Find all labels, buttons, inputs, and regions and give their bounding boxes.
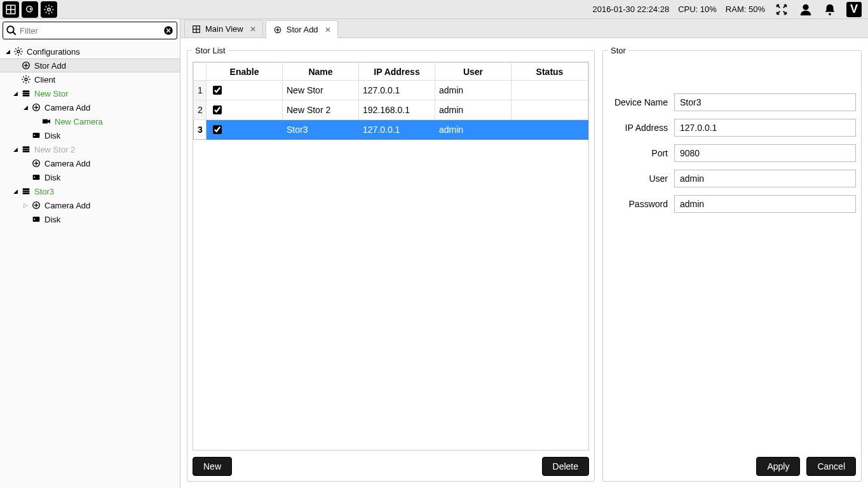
tree-stor-add[interactable]: Stor Add — [0, 58, 180, 72]
stor-table-wrap: Enable Name IP Address User Status 1 — [193, 62, 589, 451]
storage-icon — [20, 144, 32, 155]
grid-icon — [191, 24, 201, 34]
tree-camera-add-1[interactable]: ◢ Camera Add — [0, 100, 180, 114]
tree-configurations[interactable]: ◢ Configurations — [0, 44, 180, 58]
ip-input[interactable] — [674, 119, 856, 137]
storage-icon — [20, 186, 32, 197]
tree-label: Disk — [43, 173, 60, 182]
tree-new-stor[interactable]: ◢ New Stor — [0, 86, 180, 100]
tree-disk-3[interactable]: Disk — [0, 212, 180, 226]
close-icon[interactable]: ✕ — [250, 25, 256, 34]
svg-rect-34 — [23, 188, 30, 190]
port-label: Port — [608, 148, 674, 158]
tree-label: Stor Add — [33, 61, 66, 71]
expand-icon[interactable]: ◢ — [4, 48, 11, 55]
cell-ip: 192.168.0.1 — [359, 100, 435, 120]
cell-user: admin — [435, 81, 512, 100]
tab-main-view[interactable]: Main View ✕ — [184, 20, 263, 37]
table-row[interactable]: 3 Stor3 127.0.0.1 admin — [194, 120, 588, 140]
grid-icon[interactable] — [3, 1, 19, 18]
apply-button[interactable]: Apply — [756, 457, 800, 476]
cpu-label: CPU: 10% — [678, 4, 717, 14]
tree-label: New Stor — [33, 89, 68, 98]
nav-tree: ◢ Configurations Stor Add Client ◢ New S… — [0, 42, 180, 488]
bell-icon[interactable] — [822, 2, 837, 17]
ram-label: RAM: 50% — [726, 4, 765, 14]
expand-icon[interactable]: ◢ — [22, 104, 29, 111]
storage-icon — [20, 88, 32, 99]
col-status: Status — [512, 63, 588, 81]
tab-stor-add[interactable]: Stor Add ✕ — [266, 20, 338, 38]
cell-ip: 127.0.0.1 — [359, 120, 435, 140]
tree-new-camera[interactable]: New Camera — [0, 114, 180, 128]
tree-client[interactable]: Client — [0, 72, 180, 86]
clear-filter-icon[interactable] — [163, 25, 174, 36]
gear-icon — [13, 46, 24, 57]
user-input[interactable] — [674, 170, 856, 187]
row-number: 3 — [194, 120, 207, 140]
tree-label: Camera Add — [43, 201, 90, 210]
table-row[interactable]: 1 New Stor 127.0.0.1 admin — [194, 81, 588, 100]
search-view-icon[interactable] — [22, 1, 38, 18]
enable-checkbox[interactable] — [213, 105, 222, 114]
svg-marker-23 — [48, 119, 50, 124]
v-logo-icon[interactable]: V — [846, 2, 862, 17]
device-name-label: Device Name — [608, 97, 674, 107]
svg-rect-16 — [23, 90, 30, 92]
expand-icon[interactable]: ▷ — [22, 202, 29, 208]
delete-button[interactable]: Delete — [542, 457, 589, 476]
svg-point-8 — [7, 26, 14, 33]
plus-circle-icon — [20, 60, 32, 71]
svg-point-11 — [17, 50, 20, 53]
tree-disk-1[interactable]: Disk — [0, 128, 180, 142]
stor-table: Enable Name IP Address User Status 1 — [193, 62, 588, 140]
tree-label: Camera Add — [43, 159, 90, 168]
close-icon[interactable]: ✕ — [325, 25, 331, 34]
user-icon[interactable] — [798, 2, 813, 17]
plus-circle-icon — [31, 102, 42, 113]
cell-ip: 127.0.0.1 — [359, 81, 435, 100]
new-button[interactable]: New — [193, 457, 232, 476]
tree-new-stor2[interactable]: ◢ New Stor 2 — [0, 142, 180, 156]
table-row[interactable]: 2 New Stor 2 192.168.0.1 admin — [194, 100, 588, 120]
expand-icon[interactable]: ◢ — [11, 90, 19, 97]
gear-icon[interactable] — [41, 1, 57, 18]
enable-checkbox[interactable] — [213, 86, 222, 95]
cancel-button[interactable]: Cancel — [806, 457, 856, 476]
tree-camera-add-3[interactable]: ▷ Camera Add — [0, 198, 180, 212]
tree-label: New Camera — [53, 117, 103, 126]
tree-label: Disk — [43, 215, 60, 224]
expand-icon[interactable]: ◢ — [11, 188, 19, 194]
svg-point-41 — [34, 219, 35, 220]
svg-rect-32 — [33, 175, 40, 180]
port-input[interactable] — [674, 144, 856, 162]
ip-label: IP Address — [608, 123, 674, 133]
tree-disk-2[interactable]: Disk — [0, 170, 180, 184]
col-name: Name — [283, 63, 359, 81]
expand-icon[interactable]: ◢ — [11, 146, 19, 152]
col-enable: Enable — [207, 63, 283, 81]
enable-checkbox[interactable] — [213, 125, 222, 134]
search-icon — [6, 25, 17, 36]
cell-user: admin — [435, 120, 512, 140]
cell-name: New Stor — [283, 81, 359, 100]
device-name-input[interactable] — [674, 93, 856, 111]
main-area: Main View ✕ Stor Add ✕ Stor List — [180, 19, 868, 488]
tree-camera-add-2[interactable]: Camera Add — [0, 156, 180, 170]
fullscreen-icon[interactable] — [774, 2, 789, 17]
stor-list-legend: Stor List — [193, 46, 228, 55]
svg-rect-24 — [33, 133, 40, 138]
filter-input[interactable] — [17, 26, 163, 36]
svg-line-9 — [13, 32, 16, 35]
cell-status — [512, 100, 588, 120]
cell-user: admin — [435, 100, 512, 120]
filter-box — [3, 22, 177, 39]
svg-rect-18 — [23, 95, 30, 97]
stor-form-group: Stor Device Name IP Address Port — [602, 46, 862, 482]
tree-stor3[interactable]: ◢ Stor3 — [0, 184, 180, 198]
disk-icon — [31, 214, 42, 225]
row-number: 2 — [194, 100, 207, 120]
svg-rect-17 — [23, 93, 30, 95]
password-input[interactable] — [674, 195, 856, 213]
stor-list-group: Stor List Enable Name IP Address — [187, 46, 595, 482]
